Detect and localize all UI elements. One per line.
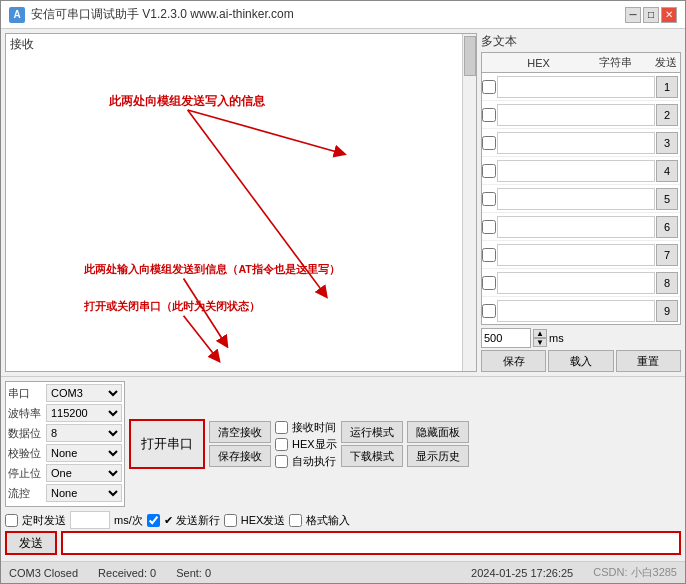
run-mode-button[interactable]: 运行模式: [341, 421, 403, 443]
spin-input[interactable]: [481, 328, 531, 348]
spin-buttons: ▲ ▼: [533, 329, 547, 347]
timed-send-check[interactable]: [5, 514, 18, 527]
send-panel-header: 多文本: [481, 33, 681, 50]
format-input-check[interactable]: [289, 514, 302, 527]
flow-label: 流控: [8, 486, 46, 501]
send-row-3-button[interactable]: 3: [656, 132, 678, 154]
hide-panel-button[interactable]: 隐藏面板: [407, 421, 469, 443]
char-header: 字符串: [577, 55, 654, 70]
timer-ms-input[interactable]: [70, 511, 110, 529]
send-row-5-button[interactable]: 5: [656, 188, 678, 210]
send-row-6-input[interactable]: [497, 216, 655, 238]
baud-select[interactable]: 115200: [46, 404, 122, 422]
send-row-2-button[interactable]: 2: [656, 104, 678, 126]
receive-time-row: 接收时间: [275, 420, 337, 435]
send-row-2-input[interactable]: [497, 104, 655, 126]
controls-row1: 串口 COM3 波特率 115200 数据位 8: [5, 381, 681, 507]
main-window: A 安信可串口调试助手 V1.2.3.0 www.ai-thinker.com …: [0, 0, 686, 584]
config-panel: 串口 COM3 波特率 115200 数据位 8: [5, 381, 125, 507]
timed-send-label: 定时发送: [22, 513, 66, 528]
data-row: 数据位 8: [8, 424, 122, 442]
send-row-9-button[interactable]: 9: [656, 300, 678, 322]
send-row: 5: [482, 185, 680, 213]
send-row-2-hex-check[interactable]: [482, 108, 496, 122]
receive-textarea[interactable]: [6, 34, 476, 371]
auto-execute-row: 自动执行: [275, 454, 337, 469]
send-row-6-button[interactable]: 6: [656, 216, 678, 238]
send-newline-check[interactable]: [147, 514, 160, 527]
baud-label: 波特率: [8, 406, 46, 421]
send-row-6-hex-check[interactable]: [482, 220, 496, 234]
send-row-4-input[interactable]: [497, 160, 655, 182]
send-row-4-button[interactable]: 4: [656, 160, 678, 182]
port-label: 串口: [8, 386, 46, 401]
check-select[interactable]: None: [46, 444, 122, 462]
sent-status: Sent: 0: [176, 567, 211, 579]
send-row-8-button[interactable]: 8: [656, 272, 678, 294]
spin-up-button[interactable]: ▲: [533, 329, 547, 338]
receive-label: 接收: [10, 36, 34, 53]
timer-row: 定时发送 ms/次 ✔ 发送新行 HEX发送 格式输入: [5, 511, 681, 529]
auto-execute-label: 自动执行: [292, 454, 336, 469]
maximize-button[interactable]: □: [643, 7, 659, 23]
spin-down-button[interactable]: ▼: [533, 338, 547, 347]
send-bottom: 发送: [5, 531, 681, 555]
send-row-8-hex-check[interactable]: [482, 276, 496, 290]
receive-scrollbar[interactable]: [462, 34, 476, 371]
send-row-5-hex-check[interactable]: [482, 192, 496, 206]
receive-panel: 接收: [5, 33, 477, 372]
show-history-button[interactable]: 显示历史: [407, 445, 469, 467]
send-rows-container: 1 2 3 4: [481, 72, 681, 325]
send-row-1-input[interactable]: [497, 76, 655, 98]
hex-display-label: HEX显示: [292, 437, 337, 452]
send-row-5-input[interactable]: [497, 188, 655, 210]
data-select[interactable]: 8: [46, 424, 122, 442]
send-row-9-input[interactable]: [497, 300, 655, 322]
send-col-headers: HEX 字符串 发送: [481, 52, 681, 72]
clear-receive-button[interactable]: 清空接收: [209, 421, 271, 443]
minimize-button[interactable]: ─: [625, 7, 641, 23]
check-row: 校验位 None: [8, 444, 122, 462]
download-mode-button[interactable]: 下载模式: [341, 445, 403, 467]
open-port-button[interactable]: 打开串口: [129, 419, 205, 469]
close-button[interactable]: ✕: [661, 7, 677, 23]
check-label: 校验位: [8, 446, 46, 461]
reset-button[interactable]: 重置: [616, 350, 681, 372]
send-row-3-hex-check[interactable]: [482, 136, 496, 150]
flow-select[interactable]: None: [46, 484, 122, 502]
datetime-status: 2024-01-25 17:26:25: [471, 567, 573, 579]
send-button[interactable]: 发送: [5, 531, 57, 555]
send-row-7-button[interactable]: 7: [656, 244, 678, 266]
send-row-7-input[interactable]: [497, 244, 655, 266]
send-row-7-hex-check[interactable]: [482, 248, 496, 262]
title-bar-left: A 安信可串口调试助手 V1.2.3.0 www.ai-thinker.com: [9, 6, 294, 23]
send-row-4-hex-check[interactable]: [482, 164, 496, 178]
save-receive-button[interactable]: 保存接收: [209, 445, 271, 467]
send-input[interactable]: [61, 531, 681, 555]
port-status: COM3 Closed: [9, 567, 78, 579]
hex-send-check[interactable]: [224, 514, 237, 527]
stop-label: 停止位: [8, 466, 46, 481]
send-row-1-button[interactable]: 1: [656, 76, 678, 98]
send-row-3-input[interactable]: [497, 132, 655, 154]
send-row: 1: [482, 73, 680, 101]
bottom-section: 串口 COM3 波特率 115200 数据位 8: [1, 376, 685, 561]
send-row: 3: [482, 129, 680, 157]
title-bar: A 安信可串口调试助手 V1.2.3.0 www.ai-thinker.com …: [1, 1, 685, 29]
receive-time-check[interactable]: [275, 421, 288, 434]
received-status: Received: 0: [98, 567, 156, 579]
stop-select[interactable]: One: [46, 464, 122, 482]
port-select[interactable]: COM3: [46, 384, 122, 402]
middle-controls: 清空接收 保存接收: [209, 421, 271, 467]
data-label: 数据位: [8, 426, 46, 441]
hex-display-check[interactable]: [275, 438, 288, 451]
title-text: 安信可串口调试助手 V1.2.3.0 www.ai-thinker.com: [31, 6, 294, 23]
checkbox-group: 接收时间 HEX显示 自动执行: [275, 420, 337, 469]
send-row-9-hex-check[interactable]: [482, 304, 496, 318]
send-row-8-input[interactable]: [497, 272, 655, 294]
auto-execute-check[interactable]: [275, 455, 288, 468]
send-row: 6: [482, 213, 680, 241]
save-button[interactable]: 保存: [481, 350, 546, 372]
send-row-1-hex-check[interactable]: [482, 80, 496, 94]
load-button[interactable]: 载入: [548, 350, 613, 372]
